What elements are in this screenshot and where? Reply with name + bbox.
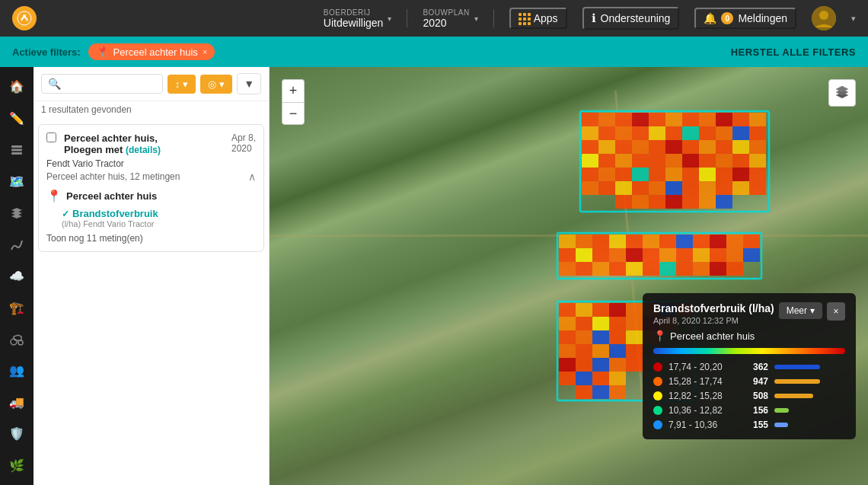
- svg-rect-42: [582, 154, 598, 168]
- sidebar-item-shield[interactable]: 🛡️: [3, 420, 30, 447]
- notifications-button[interactable]: 🔔 0 Meldingen: [694, 8, 796, 29]
- reset-filters-button[interactable]: HERSTEL ALLE FILTERS: [731, 46, 856, 58]
- legend-more-button[interactable]: Meer ▾: [779, 302, 822, 319]
- legend-range: 10,36 - 12,82: [669, 405, 739, 416]
- support-label: Ondersteuning: [601, 12, 671, 24]
- svg-rect-83: [576, 235, 592, 248]
- svg-rect-75: [615, 195, 632, 209]
- svg-rect-89: [676, 235, 693, 248]
- svg-rect-43: [598, 154, 615, 168]
- sort-icon-2: ◎: [208, 78, 216, 90]
- active-filters-label: Actieve filters:: [12, 46, 81, 58]
- svg-rect-28: [716, 126, 732, 140]
- sidebar-item-cloud[interactable]: ☁️: [3, 263, 30, 289]
- zoom-out-button[interactable]: −: [282, 102, 305, 125]
- sidebar-item-layers[interactable]: [3, 136, 30, 163]
- measurement-item: ✓ Brandstofverbruik (l/ha) Fendt Vario T…: [62, 208, 256, 228]
- apps-button[interactable]: Apps: [509, 8, 567, 29]
- svg-rect-21: [598, 126, 615, 140]
- result-card: Perceel achter huis, Ploegen met (detail…: [38, 124, 264, 252]
- svg-rect-45: [632, 154, 649, 168]
- show-more-button[interactable]: Toon nog 11 meting(en): [46, 233, 256, 244]
- svg-rect-97: [609, 248, 626, 262]
- sidebar-item-plant[interactable]: 🌿: [3, 452, 30, 479]
- svg-rect-5: [11, 148, 22, 151]
- search-input[interactable]: [64, 78, 156, 90]
- svg-rect-66: [615, 181, 632, 195]
- legend-bar: [774, 394, 813, 398]
- map-layers-button[interactable]: [828, 79, 856, 107]
- svg-rect-128: [609, 317, 626, 330]
- svg-rect-132: [559, 330, 576, 344]
- sidebar-item-chart[interactable]: [3, 231, 30, 257]
- sidebar-item-tractor[interactable]: [3, 326, 30, 353]
- sidebar-item-map[interactable]: 🗺️: [3, 168, 30, 194]
- search-input-wrap[interactable]: 🔍: [41, 74, 163, 94]
- chip-icon: 📍: [96, 46, 109, 58]
- card-date-line2: 2020: [231, 143, 252, 154]
- logo[interactable]: [12, 6, 37, 30]
- sidebar-item-building[interactable]: 🏗️: [3, 294, 30, 321]
- svg-rect-146: [609, 358, 626, 372]
- card-location: 📍 Perceel achter huis: [46, 189, 256, 203]
- svg-rect-61: [716, 168, 732, 181]
- svg-rect-13: [649, 113, 665, 126]
- card-details-link[interactable]: (details): [126, 145, 161, 155]
- legend-title-group: Brandstofverbruik (l/ha) April 8, 2020 1…: [653, 302, 774, 325]
- farm-chevron: ▾: [388, 14, 391, 23]
- card-checkbox[interactable]: [46, 132, 56, 142]
- measurement-name[interactable]: Brandstofverbruik: [72, 208, 158, 219]
- results-count: 1 resultaten gevonden: [34, 101, 269, 120]
- sort-button-1[interactable]: ↕ ▾: [168, 75, 196, 94]
- svg-point-3: [819, 11, 828, 20]
- svg-rect-100: [659, 248, 676, 262]
- nav-divider-1: [407, 9, 407, 27]
- svg-rect-102: [693, 248, 710, 262]
- svg-rect-64: [582, 181, 598, 195]
- sort-icon-1: ↕: [175, 78, 180, 90]
- svg-rect-150: [592, 372, 609, 385]
- legend-row: 10,36 - 12,82 156: [653, 405, 845, 416]
- chip-close-icon[interactable]: ×: [203, 47, 207, 56]
- svg-rect-35: [649, 140, 665, 154]
- search-icon: 🔍: [48, 78, 61, 90]
- svg-rect-86: [626, 235, 643, 248]
- svg-rect-40: [732, 140, 749, 154]
- legend-bar: [774, 423, 788, 427]
- svg-rect-71: [699, 181, 716, 195]
- card-expand-icon[interactable]: ∧: [248, 171, 256, 183]
- svg-rect-29: [732, 126, 749, 140]
- filter-chip[interactable]: 📍 Perceel achter huis ×: [88, 43, 215, 60]
- svg-rect-68: [649, 181, 665, 195]
- svg-rect-31: [582, 140, 598, 154]
- svg-rect-106: [559, 262, 576, 276]
- svg-rect-107: [576, 262, 592, 276]
- zoom-in-button[interactable]: +: [282, 79, 305, 102]
- sidebar-item-home[interactable]: 🏠: [3, 73, 30, 100]
- legend-close-button[interactable]: ×: [827, 302, 845, 321]
- svg-rect-143: [559, 358, 576, 372]
- svg-rect-32: [598, 140, 615, 154]
- svg-rect-98: [626, 248, 643, 262]
- card-header: Perceel achter huis, Ploegen met (detail…: [46, 132, 256, 155]
- svg-rect-94: [559, 248, 576, 262]
- sort-button-2[interactable]: ◎ ▾: [200, 75, 232, 94]
- map-view[interactable]: + − Brandstofverbruik (l/ha) April 8, 20…: [270, 67, 868, 485]
- user-chevron[interactable]: ▾: [851, 14, 856, 24]
- user-avatar[interactable]: [812, 6, 836, 30]
- plan-selector[interactable]: BOUWPLAN 2020 ▾: [423, 8, 477, 29]
- svg-rect-60: [699, 168, 716, 181]
- filter-button[interactable]: ▼: [237, 73, 261, 94]
- svg-rect-57: [649, 168, 665, 181]
- farm-value: Uitdewilligen: [324, 17, 384, 29]
- sidebar-item-edit[interactable]: ✏️: [3, 104, 30, 131]
- sidebar-item-stack[interactable]: [3, 199, 30, 226]
- notifications-badge: 0: [721, 12, 733, 24]
- sidebar-item-truck[interactable]: 🚚: [3, 389, 30, 416]
- sidebar-item-people[interactable]: 👥: [3, 357, 30, 384]
- svg-rect-129: [626, 317, 643, 330]
- svg-rect-77: [649, 195, 665, 209]
- svg-rect-125: [559, 317, 576, 330]
- support-button[interactable]: ℹ Ondersteuning: [582, 7, 680, 30]
- farm-selector[interactable]: BOERDERIJ Uitdewilligen ▾: [324, 8, 392, 29]
